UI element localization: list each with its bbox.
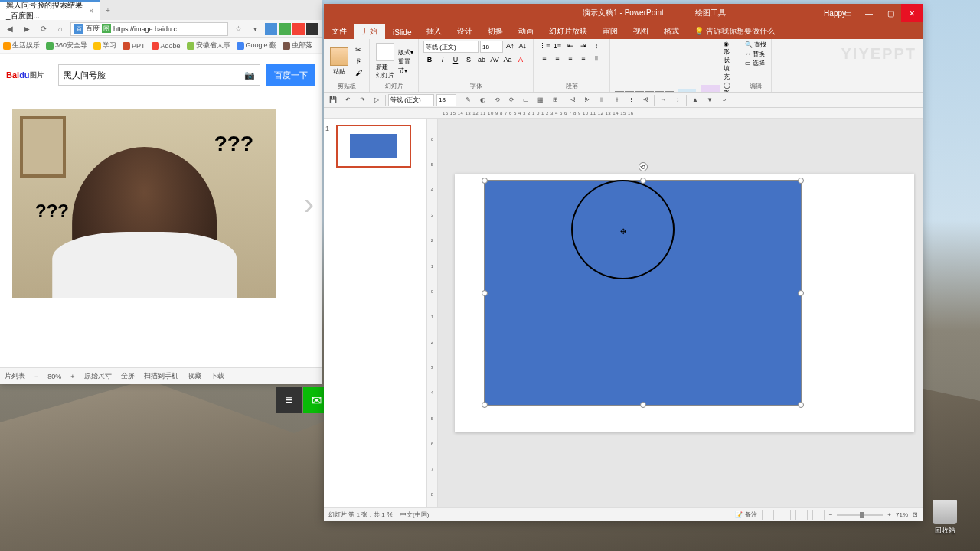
tab-slideshow[interactable]: 幻灯片放映	[541, 24, 595, 39]
spacing-button[interactable]: AV	[488, 54, 501, 65]
bullets-button[interactable]: ⋮≡	[538, 41, 550, 51]
redo-button[interactable]: ↷	[356, 94, 368, 106]
tab-islide[interactable]: iSlide	[385, 26, 419, 39]
line-spacing-button[interactable]: ↕	[590, 41, 603, 51]
address-bar[interactable]: 百 百度 图 https://image.baidu.c	[70, 22, 228, 36]
layout-button[interactable]: 版式▾	[398, 48, 413, 57]
ext-icon-4[interactable]	[306, 23, 318, 35]
reading-view-button[interactable]	[795, 510, 808, 520]
original-size-button[interactable]: 原始尺寸	[84, 371, 112, 381]
shapes-gallery[interactable]	[615, 91, 674, 93]
ext-icon-1[interactable]	[265, 23, 277, 35]
bookmark-item[interactable]: Google 翻	[237, 41, 277, 51]
numbering-button[interactable]: 1≡	[551, 41, 564, 51]
paste-button[interactable]: 粘贴	[328, 46, 350, 77]
zoom-in-button[interactable]: +	[70, 373, 74, 380]
columns-button[interactable]: ⫴	[590, 53, 603, 64]
section-button[interactable]: 节▾	[398, 67, 413, 75]
bookmark-item[interactable]: Adobe	[152, 42, 181, 50]
zoom-percent[interactable]: 71%	[896, 511, 908, 518]
select-button[interactable]: ▭ 选择	[745, 59, 766, 67]
search-button[interactable]: 百度一下	[266, 64, 315, 86]
qat-tool-3[interactable]: ⟲	[491, 94, 503, 106]
qat-dist-2[interactable]: ↕	[671, 94, 684, 106]
justify-button[interactable]: ≡	[577, 53, 590, 64]
qat-align-2[interactable]: ⫸	[581, 94, 593, 106]
qat-align-1[interactable]: ⫷	[567, 94, 579, 106]
close-tab-icon[interactable]: ×	[89, 7, 93, 15]
resize-handle-s[interactable]	[640, 402, 646, 408]
qat-dist-1[interactable]: ↔	[657, 94, 669, 106]
bold-button[interactable]: B	[423, 54, 436, 65]
resize-handle-sw[interactable]	[482, 402, 488, 408]
format-painter-button[interactable]: 🖌	[352, 67, 364, 78]
menu-float-button[interactable]: ≡	[276, 387, 302, 413]
shape-fill-button[interactable]: ◉ 形状填充	[724, 41, 735, 81]
qat-more[interactable]: »	[718, 94, 730, 106]
increase-font-button[interactable]: A↑	[505, 41, 516, 51]
maximize-button[interactable]: ▢	[880, 4, 901, 22]
camera-icon[interactable]: 📷	[244, 70, 255, 80]
collect-button[interactable]: 收藏	[188, 371, 201, 381]
baidu-logo[interactable]: Baidu图片	[6, 64, 52, 86]
horizontal-ruler[interactable]: 16 15 14 13 12 11 10 9 8 7 6 5 4 3 2 1 0…	[324, 108, 923, 119]
start-show-button[interactable]: ▷	[371, 94, 383, 106]
resize-handle-ne[interactable]	[798, 178, 804, 184]
zoom-slider[interactable]	[837, 514, 883, 516]
resize-handle-w[interactable]	[482, 290, 488, 296]
tab-file[interactable]: 文件	[324, 24, 354, 39]
increase-indent-button[interactable]: ⇥	[577, 41, 590, 51]
decrease-indent-button[interactable]: ⇤	[564, 41, 577, 51]
font-size-select[interactable]	[480, 41, 503, 53]
ribbon-display-button[interactable]: ▭	[837, 4, 858, 22]
case-button[interactable]: Aa	[501, 54, 514, 65]
slide-thumbnail-1[interactable]: 1	[330, 125, 420, 168]
resize-handle-nw[interactable]	[482, 178, 488, 184]
close-button[interactable]: ✕	[901, 4, 923, 22]
ext-icon-2[interactable]	[279, 23, 291, 35]
save-button[interactable]: 💾	[327, 94, 339, 106]
font-family-select[interactable]	[423, 41, 479, 53]
slide-canvas[interactable]: ▲ YIYE PPT ⟲ ✥	[438, 119, 923, 507]
sorter-view-button[interactable]	[779, 510, 791, 520]
qat-align-3[interactable]: ⫴	[596, 94, 608, 106]
copy-button[interactable]: ⎘	[352, 56, 364, 67]
zoom-out-status[interactable]: −	[829, 511, 833, 518]
bookmark-item[interactable]: 360安全导	[46, 41, 87, 51]
new-slide-button[interactable]: 新建 幻灯片	[374, 41, 396, 81]
find-button[interactable]: 🔍 查找	[745, 41, 766, 49]
forward-button[interactable]: ▶	[20, 22, 34, 36]
bookmark-item[interactable]: 学习	[93, 41, 116, 51]
tell-me-box[interactable]: 💡 告诉我你想要做什么	[687, 24, 782, 39]
tab-insert[interactable]: 插入	[419, 24, 449, 39]
qat-size-select[interactable]	[436, 94, 456, 106]
home-button[interactable]: ⌂	[54, 22, 67, 36]
qat-align-6[interactable]: ⫷	[639, 94, 652, 106]
italic-button[interactable]: I	[436, 54, 449, 65]
qat-tool-2[interactable]: ◐	[476, 94, 488, 106]
download-button[interactable]: 下载	[211, 371, 224, 381]
tab-animations[interactable]: 动画	[511, 24, 541, 39]
tab-view[interactable]: 视图	[626, 24, 656, 39]
minimize-button[interactable]: —	[858, 4, 880, 22]
scan-phone-button[interactable]: 扫描到手机	[144, 371, 178, 381]
next-image-arrow[interactable]: ›	[304, 187, 314, 221]
qat-tool-4[interactable]: ⟳	[505, 94, 518, 106]
bookmark-item[interactable]: 安徽省人事	[187, 41, 230, 51]
decrease-font-button[interactable]: A↓	[518, 41, 529, 51]
qat-tool-1[interactable]: ✎	[462, 94, 474, 106]
back-button[interactable]: ◀	[3, 22, 17, 36]
qat-font-select[interactable]	[388, 94, 434, 106]
qat-align-5[interactable]: ⫶	[625, 94, 637, 106]
quick-styles-button[interactable]: 快速样式	[700, 83, 721, 93]
resize-handle-se[interactable]	[798, 402, 804, 408]
undo-button[interactable]: ↶	[341, 94, 354, 106]
strikethrough-button[interactable]: S	[462, 54, 475, 65]
align-center-button[interactable]: ≡	[551, 53, 564, 64]
tab-home[interactable]: 开始	[354, 24, 385, 39]
fit-window-button[interactable]: ⊡	[913, 511, 918, 518]
normal-view-button[interactable]	[762, 510, 774, 520]
slideshow-view-button[interactable]	[812, 510, 825, 520]
replace-button[interactable]: ↔ 替换	[745, 50, 766, 58]
tab-transitions[interactable]: 切换	[480, 24, 511, 39]
